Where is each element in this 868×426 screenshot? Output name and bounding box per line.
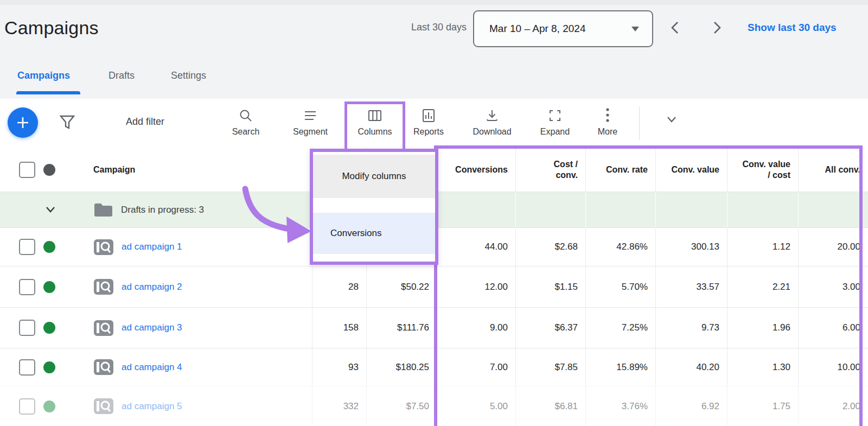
expand-icon [525, 106, 585, 125]
campaign-link[interactable]: ad campaign 1 [122, 241, 182, 252]
expand-button[interactable]: Expand [525, 106, 585, 137]
table-toolbar: Add filter Search Segment Columns Report… [0, 99, 868, 148]
collapse-group-button[interactable] [43, 192, 76, 227]
clicks-cell: 332 [312, 386, 366, 426]
row-checkbox[interactable] [19, 239, 35, 255]
campaign-link[interactable]: ad campaign 5 [122, 401, 182, 412]
drafts-group-label: Drafts in progress: 3 [121, 205, 204, 215]
search-icon [216, 106, 276, 125]
row-checkbox[interactable] [19, 279, 35, 295]
tab-drafts[interactable]: Drafts [108, 70, 135, 81]
row-checkbox[interactable] [19, 320, 35, 336]
status-filter-dot[interactable] [43, 164, 55, 176]
more-icon [578, 106, 637, 125]
search-button[interactable]: Search [216, 106, 276, 137]
caret-down-icon [631, 27, 639, 31]
chevron-right-icon [709, 20, 725, 36]
chevron-down-icon [43, 205, 58, 215]
status-enabled-dot[interactable] [43, 322, 55, 334]
campaigns-page: Campaigns Last 30 days Mar 10 – Apr 8, 2… [0, 0, 868, 426]
add-filter-label[interactable]: Add filter [126, 116, 164, 128]
status-enabled-dot[interactable] [43, 400, 55, 412]
annotation-box-columns-button [344, 101, 405, 152]
cost-cell: $7.50 [366, 386, 437, 426]
date-range-label: Last 30 days [380, 22, 467, 33]
campaign-link[interactable]: ad campaign 2 [122, 282, 182, 293]
download-button[interactable]: Download [462, 106, 522, 137]
cost-cell: $50.22 [366, 266, 437, 307]
campaign-link[interactable]: ad campaign 4 [122, 362, 182, 373]
segment-button[interactable]: Segment [280, 106, 340, 137]
status-enabled-dot[interactable] [43, 361, 55, 373]
cost-cell: $111.76 [366, 308, 437, 348]
new-campaign-button[interactable] [8, 107, 38, 138]
search-campaign-icon [93, 398, 114, 415]
row-checkbox[interactable] [19, 359, 35, 376]
campaign-link[interactable]: ad campaign 3 [122, 322, 182, 333]
columns-dropdown-menu: Modify columns Conversions [310, 149, 438, 265]
status-enabled-dot[interactable] [43, 281, 55, 293]
search-campaign-icon [93, 320, 114, 336]
clicks-cell: 93 [312, 348, 366, 386]
reports-icon [399, 106, 458, 125]
previous-period-button[interactable] [667, 20, 684, 36]
folder-icon [93, 202, 113, 218]
page-title: Campaigns [4, 17, 99, 39]
search-campaign-icon [93, 239, 114, 256]
date-range-selector[interactable]: Mar 10 – Apr 8, 2024 [473, 10, 653, 47]
chevron-left-icon [667, 20, 684, 36]
cost-cell: $180.25 [366, 348, 437, 386]
annotation-box-conversion-columns [434, 145, 863, 426]
tab-campaigns[interactable]: Campaigns [17, 70, 70, 81]
date-range-value: Mar 10 – Apr 8, 2024 [489, 23, 585, 35]
collapse-toolbar-button[interactable] [663, 114, 680, 128]
page-header: Campaigns Last 30 days Mar 10 – Apr 8, 2… [0, 0, 868, 99]
more-button[interactable]: More [578, 106, 637, 137]
row-checkbox[interactable] [19, 398, 35, 415]
clicks-cell: 158 [312, 308, 366, 348]
status-enabled-dot[interactable] [43, 241, 55, 253]
segment-icon [280, 106, 340, 125]
download-icon [462, 106, 522, 125]
filter-button[interactable] [60, 115, 75, 133]
modify-columns-menu-item[interactable]: Modify columns [313, 155, 435, 198]
select-all-checkbox[interactable] [19, 162, 35, 178]
plus-icon [16, 116, 30, 130]
show-last-30-days-link[interactable]: Show last 30 days [748, 22, 837, 34]
reports-button[interactable]: Reports [399, 106, 458, 137]
toolbar-divider [639, 106, 640, 140]
conversions-menu-item[interactable]: Conversions [313, 213, 435, 254]
search-campaign-icon [93, 359, 114, 376]
active-tab-underline [16, 91, 80, 94]
campaign-column-header[interactable]: Campaign [93, 165, 135, 175]
filter-funnel-icon [60, 115, 75, 131]
chevron-down-icon [663, 114, 680, 126]
tab-settings[interactable]: Settings [171, 70, 206, 81]
next-period-button[interactable] [709, 20, 725, 36]
search-campaign-icon [93, 278, 114, 295]
clicks-cell: 28 [312, 266, 366, 307]
top-strip [0, 0, 868, 5]
